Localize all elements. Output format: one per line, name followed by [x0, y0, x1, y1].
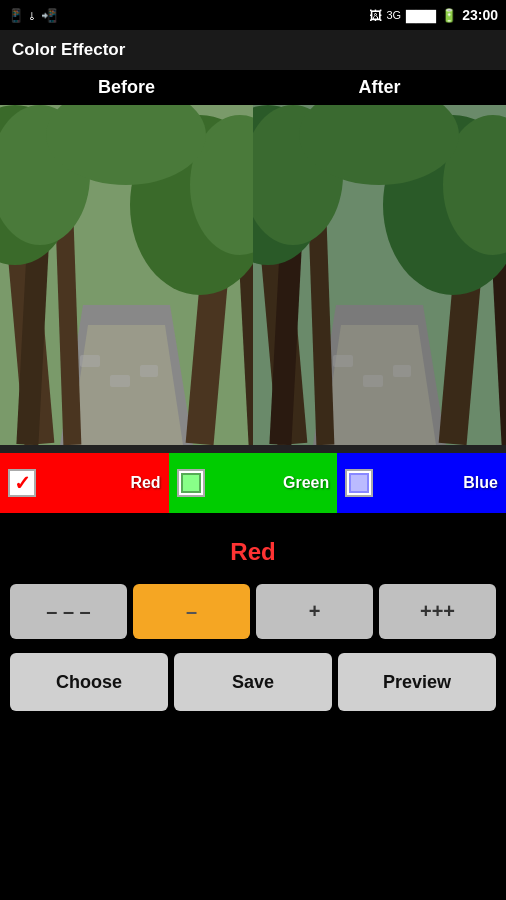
status-icons-right: 🖼 3G ▇▇▇ 🔋 23:00 [369, 7, 499, 23]
battery-icon: 🔋 [441, 8, 457, 23]
title-bar: Color Effector [0, 30, 506, 70]
blue-label: Blue [463, 474, 498, 492]
after-image [253, 105, 506, 445]
decrease-small-button[interactable]: – [133, 584, 250, 639]
channel-green[interactable]: Green [169, 453, 338, 513]
increase-large-button[interactable]: +++ [379, 584, 496, 639]
label-before: Before [0, 77, 253, 98]
svg-rect-30 [363, 375, 383, 387]
signal-icon: 3G [387, 9, 402, 21]
sd-card-icon: 📱 [8, 8, 24, 23]
section-divider [0, 445, 506, 453]
decrease-large-button[interactable]: – – – [10, 584, 127, 639]
app-title: Color Effector [12, 40, 125, 60]
image-comparison-area [0, 105, 506, 445]
selected-channel-label: Red [0, 523, 506, 576]
android-icon: 📲 [41, 8, 57, 23]
save-button[interactable]: Save [174, 653, 332, 711]
wifi-icon: ▇▇▇ [406, 8, 436, 23]
svg-rect-15 [140, 365, 158, 377]
green-checkbox-inner [181, 473, 201, 493]
labels-row: Before After [0, 70, 506, 105]
green-checkbox[interactable] [177, 469, 205, 497]
increase-small-button[interactable]: + [256, 584, 373, 639]
blue-checkbox[interactable] [345, 469, 373, 497]
red-checkmark: ✓ [14, 471, 31, 495]
svg-rect-31 [393, 365, 411, 377]
red-checkbox[interactable]: ✓ [8, 469, 36, 497]
green-label: Green [283, 474, 329, 492]
status-time: 23:00 [462, 7, 498, 23]
bottom-buttons: Choose Save Preview [0, 647, 506, 717]
gallery-icon: 🖼 [369, 8, 382, 23]
channel-selector[interactable]: ✓ Red Green Blue [0, 453, 506, 513]
status-icons-left: 📱 ⫰ 📲 [8, 8, 57, 23]
channel-blue[interactable]: Blue [337, 453, 506, 513]
channel-red[interactable]: ✓ Red [0, 453, 169, 513]
before-image [0, 105, 253, 445]
adjustment-buttons: – – – – + +++ [0, 576, 506, 647]
choose-button[interactable]: Choose [10, 653, 168, 711]
blue-checkbox-inner [349, 473, 369, 493]
controls-area: Red – – – – + +++ Choose Save Preview [0, 513, 506, 727]
svg-rect-29 [333, 355, 353, 367]
usb-icon: ⫰ [29, 8, 36, 23]
svg-rect-13 [80, 355, 100, 367]
svg-rect-14 [110, 375, 130, 387]
red-label: Red [130, 474, 160, 492]
label-after: After [253, 77, 506, 98]
preview-button[interactable]: Preview [338, 653, 496, 711]
status-bar: 📱 ⫰ 📲 🖼 3G ▇▇▇ 🔋 23:00 [0, 0, 506, 30]
